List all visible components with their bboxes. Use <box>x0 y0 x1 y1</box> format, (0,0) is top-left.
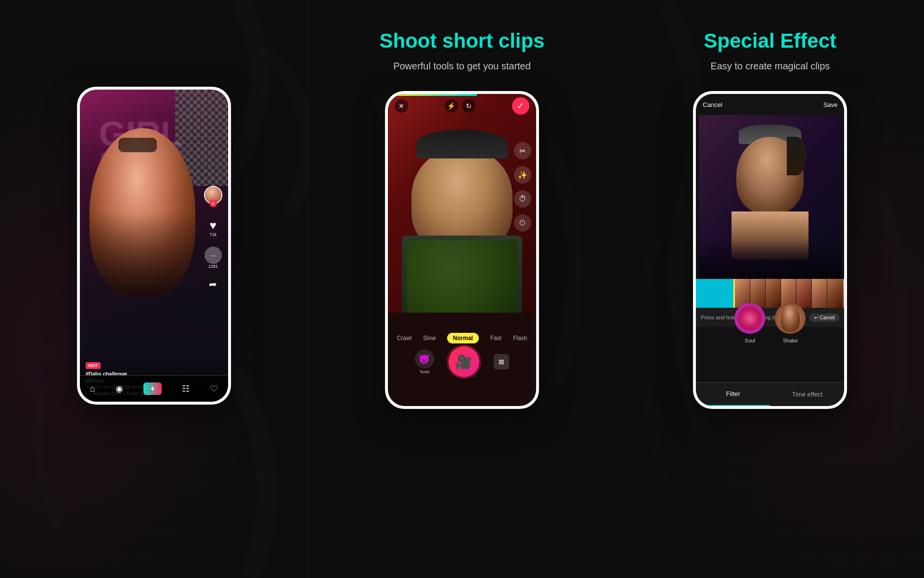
center-subtitle: Powerful tools to get you started <box>379 61 544 72</box>
create-nav[interactable]: + <box>143 382 162 395</box>
hat <box>416 130 508 158</box>
heart-container[interactable]: ♥ 71k <box>209 219 217 237</box>
camera-screen: ✕ ⚡ ↻ ✓ <box>388 94 536 406</box>
shirt <box>402 236 522 313</box>
center-phone-screen: ✕ ⚡ ↻ ✓ <box>388 94 536 406</box>
right-subtitle: Easy to create magical clips <box>704 61 836 72</box>
flip-camera-icon[interactable]: ↻ <box>462 99 475 113</box>
soul-visual <box>734 303 765 334</box>
soul-label: Soul <box>744 338 755 343</box>
bottom-nav: ⌂ ◉ + ☷ ♡ <box>80 375 228 402</box>
close-camera-button[interactable]: ✕ <box>395 99 408 113</box>
person-silhouette <box>90 128 195 297</box>
camera-icon: 🎥 <box>455 354 472 370</box>
delete-button[interactable]: ⊠ <box>494 354 509 369</box>
left-phone: GIRL IRL + <box>77 87 231 405</box>
tab-filter[interactable]: Filter <box>696 382 770 406</box>
share-container[interactable]: ➦ <box>209 278 217 290</box>
profile-nav[interactable]: ♡ <box>210 383 218 394</box>
home-nav[interactable]: ⌂ <box>90 384 95 394</box>
center-panel: Shoot short clips Powerful tools to get … <box>308 0 616 578</box>
shake-effect-preview <box>775 303 806 334</box>
delete-icon: ⊠ <box>499 358 504 366</box>
confirm-button[interactable]: ✓ <box>512 97 529 115</box>
shake-label: Shake <box>783 338 798 343</box>
camera-top-controls: ✕ ⚡ ↻ ✓ <box>388 94 536 118</box>
center-phone: ✕ ⚡ ↻ ✓ <box>385 91 539 409</box>
speed-fast[interactable]: Fast <box>490 335 501 342</box>
countdown-button[interactable]: ⏲ <box>514 214 531 232</box>
tools-icon: 😈 <box>415 349 434 368</box>
shake-visual <box>775 303 806 334</box>
center-title: Shoot short clips <box>379 29 544 53</box>
right-phone: Cancel Save <box>693 91 847 409</box>
shake-effect-item[interactable]: Shake <box>775 303 806 343</box>
shake-face <box>781 305 800 332</box>
center-header: Shoot short clips Powerful tools to get … <box>360 0 564 86</box>
right-phone-container: Cancel Save <box>693 86 847 578</box>
camera-options: ⚡ ↻ <box>445 99 475 113</box>
effects-list: Soul Shake <box>696 298 844 348</box>
speed-normal[interactable]: Normal <box>447 333 478 343</box>
soul-effect-preview <box>734 303 765 334</box>
bottom-tabs: Filter Time effect <box>696 382 844 406</box>
inbox-nav[interactable]: ☷ <box>182 383 190 394</box>
speed-selector: Crawl Slow Normal Fast Flash <box>388 333 536 343</box>
man-face <box>402 130 522 313</box>
right-phone-screen: Cancel Save <box>696 94 844 406</box>
record-button[interactable]: 🎥 <box>449 346 479 377</box>
effects-screen: Cancel Save <box>696 94 844 406</box>
video-preview-area <box>699 115 841 279</box>
tools-button-area[interactable]: 😈 Tools <box>415 349 434 374</box>
left-header <box>135 0 173 82</box>
floral-pattern <box>407 240 517 313</box>
left-panel: GIRL IRL + <box>0 0 308 578</box>
soul-inner <box>738 306 762 330</box>
follow-badge[interactable]: + <box>209 199 217 207</box>
right-title: Special Effect <box>704 29 836 53</box>
comments-count: 1281 <box>205 264 222 269</box>
heart-icon: ♥ <box>209 219 217 232</box>
record-area: 😈 Tools 🎥 ⊠ <box>388 346 536 377</box>
left-phone-screen: GIRL IRL + <box>80 90 228 402</box>
right-header: Special Effect Easy to create magical cl… <box>685 0 856 86</box>
save-button[interactable]: Save <box>823 101 838 108</box>
center-phone-container: ✕ ⚡ ↻ ✓ <box>385 86 539 578</box>
hair <box>787 137 806 175</box>
scissors-button[interactable]: ✂ <box>514 142 531 159</box>
preview-person <box>732 125 808 260</box>
right-panel: Special Effect Easy to create magical cl… <box>616 0 924 578</box>
tab-time-effect[interactable]: Time effect <box>770 382 844 406</box>
cancel-button[interactable]: Cancel <box>703 101 722 108</box>
left-phone-container: GIRL IRL + <box>77 82 231 578</box>
effects-button[interactable]: ✨ <box>514 166 531 184</box>
speed-slow[interactable]: Slow <box>423 335 436 342</box>
comment-container[interactable]: ··· 1281 <box>205 247 222 269</box>
tools-label: Tools <box>419 369 429 374</box>
share-icon: ➦ <box>209 278 217 290</box>
video-thumbnail <box>699 115 841 279</box>
timer-button[interactable]: ⏱ <box>514 190 531 208</box>
effects-top-bar: Cancel Save <box>696 94 844 115</box>
dots-icon: ··· <box>205 247 222 264</box>
social-actions: + ♥ 71k ··· 1281 ➦ <box>204 186 222 290</box>
speed-crawl[interactable]: Crawl <box>397 335 412 342</box>
speed-flash[interactable]: Flash <box>513 335 527 342</box>
avatar-container: + <box>204 186 222 204</box>
flash-icon[interactable]: ⚡ <box>445 99 458 113</box>
likes-count: 71k <box>209 232 217 237</box>
discover-nav[interactable]: ◉ <box>116 383 123 394</box>
soul-effect-item[interactable]: Soul <box>734 303 765 343</box>
camera-side-buttons: ✂ ✨ ⏱ ⏲ <box>514 142 531 232</box>
social-feed-screen: GIRL IRL + <box>80 90 228 402</box>
fade-overlay <box>699 240 841 279</box>
hot-badge: HOT <box>86 362 101 369</box>
